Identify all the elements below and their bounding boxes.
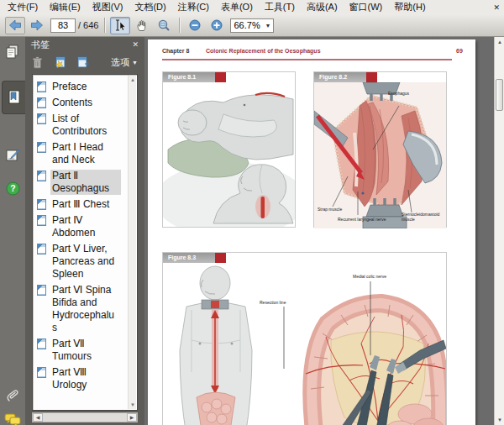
attachments-panel-button[interactable] bbox=[3, 386, 22, 407]
bookmark-page-icon bbox=[37, 285, 46, 296]
figure-8-3-illustration bbox=[163, 263, 446, 425]
menu-file[interactable]: 文件(F) bbox=[2, 0, 44, 14]
figure-8-3-label-resection-line: Resection line bbox=[260, 300, 286, 305]
pages-panel-button[interactable] bbox=[3, 42, 22, 62]
bookmark-item-contents[interactable]: Contents bbox=[37, 97, 137, 109]
select-tool-button[interactable] bbox=[110, 17, 130, 34]
bookmark-goto-icon bbox=[76, 56, 90, 69]
zoom-level-value: 66.7% bbox=[234, 20, 260, 30]
toolbar-separator bbox=[104, 18, 105, 33]
comments-panel-button[interactable] bbox=[3, 410, 22, 425]
bookmarks-panel-toolbar: 选项 ▼ bbox=[25, 52, 144, 72]
page-number-input[interactable] bbox=[50, 18, 76, 33]
close-icon[interactable]: ✕ bbox=[132, 40, 139, 49]
next-page-arrow-icon bbox=[30, 19, 44, 31]
menu-edit[interactable]: 编辑(E) bbox=[44, 0, 87, 14]
zoom-out-button[interactable] bbox=[185, 17, 205, 34]
scroll-down-icon[interactable]: ▼ bbox=[130, 402, 135, 407]
page-total-label: / 646 bbox=[78, 20, 98, 30]
menu-advanced[interactable]: 高级(A) bbox=[301, 0, 344, 14]
chevron-down-icon: ▼ bbox=[132, 60, 138, 66]
bookmark-item-preface[interactable]: Preface bbox=[37, 81, 137, 93]
next-page-button[interactable] bbox=[27, 17, 47, 34]
figure-8-2-title: Figure 8.2 bbox=[314, 72, 366, 82]
bookmark-item-part4-abdomen[interactable]: Part Ⅳ Abdomen bbox=[37, 214, 137, 239]
bookmark-item-part3-chest[interactable]: Part Ⅲ Chest bbox=[37, 198, 137, 211]
scroll-up-icon[interactable]: ▲ bbox=[130, 77, 135, 82]
hand-tool-button[interactable] bbox=[132, 17, 152, 34]
figure-8-3: Figure 8.3 bbox=[162, 252, 447, 425]
scrollbar-thumb[interactable] bbox=[496, 79, 503, 111]
figure-red-square bbox=[215, 253, 226, 263]
zoom-marquee-icon bbox=[157, 18, 171, 32]
bookmark-item-part7-tumours[interactable]: Part Ⅶ Tumours bbox=[37, 338, 137, 363]
figure-red-square bbox=[215, 72, 226, 82]
figure-8-2-label-esophagus: Esophagus bbox=[388, 91, 409, 96]
bookmark-item-part5-liver[interactable]: Part Ⅴ Liver, Pancreas and Spleen bbox=[37, 243, 137, 281]
scroll-up-icon[interactable]: ▲ bbox=[497, 39, 502, 45]
scroll-down-icon[interactable]: ▼ bbox=[497, 417, 502, 422]
bookmark-page-icon bbox=[37, 81, 46, 92]
attachments-icon bbox=[5, 388, 20, 405]
menu-help[interactable]: 帮助(H) bbox=[388, 0, 431, 14]
previous-page-button[interactable] bbox=[5, 17, 25, 34]
how-to-panel-button[interactable]: ? bbox=[3, 178, 22, 198]
bookmarks-vertical-scrollbar[interactable]: ▲ ▼ bbox=[128, 76, 136, 409]
menu-comments[interactable]: 注释(C) bbox=[172, 0, 215, 14]
zoom-marquee-button[interactable] bbox=[154, 17, 174, 34]
bookmark-page-icon bbox=[37, 338, 46, 349]
bookmarks-panel: 书签 ✕ bbox=[25, 37, 144, 425]
scroll-right-icon[interactable]: ▶ bbox=[127, 413, 137, 422]
bookmarks-horizontal-scrollbar[interactable]: ◀ ▶ bbox=[32, 412, 138, 422]
page-title: Colonic Replacement of the Oesophagus bbox=[206, 48, 321, 54]
bookmark-page-icon bbox=[37, 199, 46, 210]
figure-8-3-label-medial-colic-nerve: Medial colic nerve bbox=[353, 274, 386, 279]
menu-tools[interactable]: 工具(T) bbox=[259, 0, 301, 14]
menu-window[interactable]: 窗口(W) bbox=[344, 0, 389, 14]
signature-icon bbox=[6, 148, 20, 162]
bookmarks-panel-button[interactable] bbox=[2, 81, 25, 114]
delete-bookmark-button[interactable] bbox=[32, 56, 43, 69]
chapter-label: Chapter 8 bbox=[162, 48, 189, 54]
bookmarks-options-label: 选项 bbox=[111, 56, 129, 69]
figure-8-1-illustration bbox=[163, 82, 295, 227]
bookmarks-panel-header: 书签 ✕ bbox=[25, 37, 144, 52]
bookmark-item-contributors[interactable]: List of Contributors bbox=[37, 113, 137, 138]
page-number-label: 69 bbox=[456, 48, 463, 54]
document-vertical-scrollbar[interactable]: ▲ ▼ bbox=[494, 37, 504, 425]
bookmark-item-part8-urology[interactable]: Part Ⅷ Urology bbox=[37, 366, 137, 391]
toolbar: / 646 66.7% ▼ bbox=[0, 14, 504, 37]
bookmark-page-icon bbox=[37, 171, 46, 181]
svg-text:?: ? bbox=[10, 183, 15, 193]
scroll-left-icon[interactable]: ◀ bbox=[33, 413, 43, 422]
goto-bookmark-button[interactable] bbox=[76, 56, 90, 69]
bookmark-item-part2-oesophagus[interactable]: Part Ⅱ Oesophagus bbox=[37, 170, 137, 195]
toolbar-separator bbox=[179, 18, 180, 33]
bookmark-page-icon bbox=[37, 367, 46, 378]
menu-view[interactable]: 视图(V) bbox=[87, 0, 129, 14]
bookmark-item-part1-head-neck[interactable]: Part Ⅰ Head and Neck bbox=[37, 141, 137, 166]
signatures-panel-button[interactable] bbox=[3, 144, 22, 165]
zoom-out-icon bbox=[189, 19, 201, 31]
bookmarks-options-button[interactable]: 选项 ▼ bbox=[111, 56, 138, 69]
main-area: ? 书签 ✕ bbox=[0, 37, 504, 425]
bookmark-item-part6-spina-bifida[interactable]: Part Ⅵ Spina Bifida and Hydrocephalus bbox=[37, 284, 137, 334]
figure-8-2-label-recurrent-laryngeal-nerve: Recurrent laryngeal nerve bbox=[338, 217, 386, 222]
bookmark-page-icon bbox=[37, 215, 46, 226]
zoom-in-icon bbox=[211, 19, 223, 31]
menu-forms[interactable]: 表单(O) bbox=[215, 0, 259, 14]
pdf-page: Chapter 8 Colonic Replacement of the Oes… bbox=[148, 39, 475, 425]
figure-8-2: Figure 8.2 bbox=[313, 71, 447, 228]
menu-document[interactable]: 文档(D) bbox=[129, 0, 171, 14]
figure-8-1: Figure 8.1 bbox=[162, 71, 296, 228]
new-bookmark-button[interactable] bbox=[53, 56, 66, 69]
bookmark-page-icon bbox=[37, 142, 46, 153]
zoom-in-button[interactable] bbox=[207, 17, 227, 34]
zoom-level-combobox[interactable]: 66.7% ▼ bbox=[230, 18, 274, 33]
figure-8-2-label-sternocleidomastoid-muscle: Sternocleidomastoid muscle bbox=[402, 212, 444, 222]
help-icon: ? bbox=[6, 181, 20, 196]
trash-icon bbox=[32, 56, 43, 69]
hand-tool-icon bbox=[135, 18, 149, 32]
figure-red-square bbox=[366, 72, 377, 82]
close-icon[interactable]: ✕ bbox=[493, 3, 500, 12]
